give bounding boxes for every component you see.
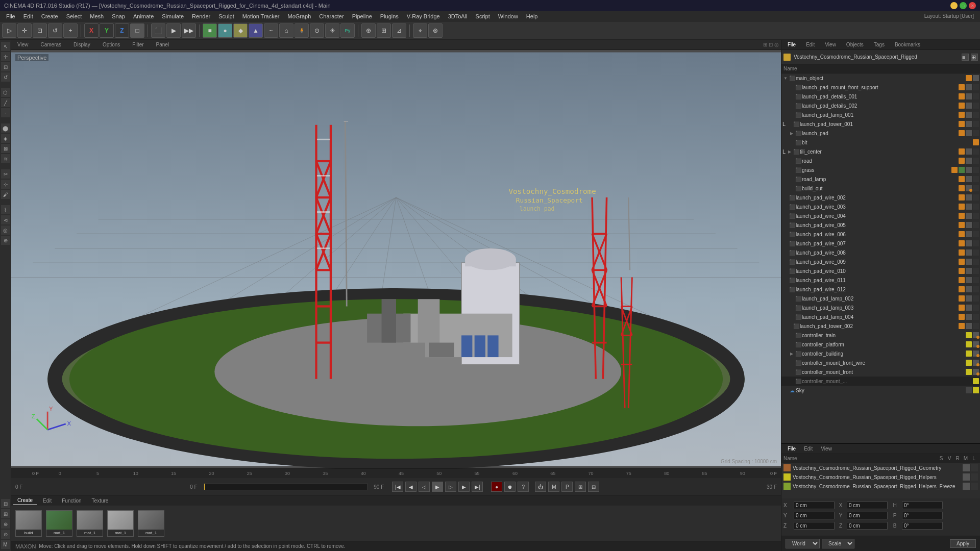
obj-row-wire-010[interactable]: ⬛ launch_pad_wire_010: [781, 266, 980, 276]
viewport-tab-cameras[interactable]: Cameras: [37, 41, 66, 48]
tool-select[interactable]: ▷: [2, 23, 16, 38]
tool-rotate[interactable]: ↺: [48, 23, 62, 38]
coord-p-val[interactable]: [902, 512, 943, 519]
tl-motion[interactable]: M: [548, 482, 559, 492]
expand-bit[interactable]: [789, 139, 795, 145]
menu-help[interactable]: Help: [522, 12, 542, 20]
tool-z[interactable]: Z: [115, 23, 129, 38]
obj-row-lamp-002[interactable]: ⬛ launch_pad_lamp_002: [781, 294, 980, 303]
tl-next-btn[interactable]: ▶: [458, 482, 470, 492]
expand-tower1[interactable]: [787, 121, 793, 127]
menu-animate[interactable]: Animate: [129, 12, 158, 20]
expand-ctrl-mount-front[interactable]: [789, 369, 795, 375]
tool-python[interactable]: Py: [340, 23, 355, 38]
menu-edit[interactable]: Edit: [19, 12, 37, 20]
tl-extra[interactable]: ⊞: [575, 482, 586, 492]
expand-mount[interactable]: [789, 84, 795, 90]
tl-record[interactable]: ●: [491, 482, 502, 492]
expand-tower2[interactable]: [787, 323, 793, 329]
tool-snap-1[interactable]: ⌖: [413, 23, 427, 38]
coord-x-pos[interactable]: [794, 502, 835, 509]
tl-solo[interactable]: ?: [518, 482, 529, 492]
expand-det1[interactable]: [789, 93, 795, 99]
obj-row-wire-008[interactable]: ⬛ launch_pad_wire_008: [781, 248, 980, 257]
expand-tili[interactable]: ▶: [787, 148, 793, 155]
left-tool-hair[interactable]: ≋: [1, 154, 10, 163]
obj-row-road[interactable]: ⬛ road: [781, 156, 980, 165]
scale-dropdown[interactable]: Scale Size: [822, 539, 854, 548]
tl-prev-frame[interactable]: ◁: [419, 482, 430, 492]
expand-main-object[interactable]: ▼: [782, 75, 789, 81]
left-tool-extra2[interactable]: ⊞: [1, 509, 10, 518]
tool-light[interactable]: ☀: [325, 23, 339, 38]
mat-swatch-2[interactable]: mat_1: [77, 510, 103, 537]
attr-tab-edit[interactable]: Edit: [800, 445, 817, 453]
tool-primitive-2[interactable]: ●: [218, 23, 232, 38]
menu-simulate[interactable]: Simulate: [158, 12, 188, 20]
obj-tab-view[interactable]: View: [821, 41, 840, 48]
obj-row-wire-007[interactable]: ⬛ launch_pad_wire_007: [781, 239, 980, 248]
coord-y-pos[interactable]: [794, 512, 835, 519]
mat-swatch-4[interactable]: mat_1: [138, 510, 164, 537]
left-tool-polygon[interactable]: ⬡: [1, 88, 10, 97]
obj-row-road-lamp[interactable]: ⬛ road_lamp: [781, 174, 980, 184]
menu-select[interactable]: Select: [62, 12, 86, 20]
expand-det2[interactable]: [789, 103, 795, 109]
left-tool-edge[interactable]: ╱: [1, 98, 10, 107]
menu-snap[interactable]: Snap: [108, 12, 129, 20]
tl-pose[interactable]: P: [561, 482, 573, 492]
coord-z-pos[interactable]: [794, 522, 835, 530]
tl-record-auto[interactable]: ⏺: [504, 482, 516, 492]
obj-row-ctrl-platform[interactable]: ⬛ controller_platform: [781, 340, 980, 349]
tool-camera[interactable]: ⊙: [310, 23, 324, 38]
viewport-tab-options[interactable]: Options: [99, 41, 124, 48]
timeline-bar[interactable]: [204, 483, 368, 490]
obj-row-wire-002[interactable]: ⬛ launch_pad_wire_002: [781, 193, 980, 202]
expand-road-lamp[interactable]: [789, 176, 795, 182]
obj-row-ctrl-building[interactable]: ▶ ⬛ controller_building: [781, 349, 980, 358]
menu-motion-tracker[interactable]: Motion Tracker: [238, 12, 284, 20]
coord-h-val[interactable]: [902, 502, 943, 509]
menu-vray[interactable]: V-Ray Bridge: [403, 12, 444, 20]
tool-boole[interactable]: ⊕: [361, 23, 376, 38]
tool-deformer[interactable]: ⌂: [279, 23, 293, 38]
left-tool-uv[interactable]: ⊠: [1, 144, 10, 153]
viewport-3d[interactable]: Perspective: [11, 50, 781, 468]
obj-row-wire-005[interactable]: ⬛ launch_pad_wire_005: [781, 220, 980, 230]
coord-z-size[interactable]: [847, 522, 888, 530]
expand-launch-pad[interactable]: ▶: [789, 130, 795, 136]
world-dropdown[interactable]: World Object: [786, 539, 820, 548]
obj-row-details-001[interactable]: ⬛ launch_pad_details_001: [781, 92, 980, 101]
obj-tab-bookmarks[interactable]: Bookmarks: [891, 41, 924, 48]
obj-row-details-002[interactable]: ⬛ launch_pad_details_002: [781, 101, 980, 110]
menu-create[interactable]: Create: [37, 12, 62, 20]
mat-swatch-1[interactable]: mat_1: [46, 510, 72, 537]
expand-ctrl-mount-wire[interactable]: [789, 360, 795, 366]
expand-lamp1[interactable]: [789, 112, 795, 118]
obj-row-lamp-001[interactable]: ⬛ launch_pad_lamp_001: [781, 110, 980, 119]
tl-prev-btn[interactable]: ◀: [405, 482, 416, 492]
tl-power[interactable]: ⏻: [535, 482, 546, 492]
tool-loft[interactable]: ⊿: [392, 23, 406, 38]
tool-x[interactable]: X: [84, 23, 99, 38]
obj-tab-objects[interactable]: Objects: [842, 41, 868, 48]
viewport-tab-filter[interactable]: Filter: [128, 41, 148, 48]
tool-array[interactable]: ⊞: [377, 23, 391, 38]
attr-row-freeze[interactable]: Vostochny_Cosmodrome_Russian_Spaceport_R…: [781, 482, 980, 491]
expand-lamp3[interactable]: [789, 305, 795, 311]
obj-row-wire-012[interactable]: ⬛ launch_pad_wire_012: [781, 285, 980, 294]
expand-ctrl-train[interactable]: [789, 332, 795, 338]
obj-row-wire-009[interactable]: ⬛ launch_pad_wire_009: [781, 257, 980, 266]
menu-mograph[interactable]: MoGraph: [283, 12, 315, 20]
expand-sky[interactable]: [782, 387, 789, 393]
obj-row-lamp-004[interactable]: ⬛ launch_pad_lamp_004: [781, 312, 980, 321]
left-tool-extra4[interactable]: ⊙: [1, 530, 10, 539]
left-tool-rotate[interactable]: ↺: [1, 72, 10, 82]
viewport-tab-view[interactable]: View: [13, 41, 33, 48]
tool-render-region[interactable]: ⬛: [151, 23, 165, 38]
obj-row-hidden[interactable]: ⬛ controller_mount_...: [781, 377, 980, 386]
tool-render-view[interactable]: ▶: [166, 23, 181, 38]
obj-row-tower-002[interactable]: ⬛ launch_pad_tower_002: [781, 321, 980, 331]
menu-character[interactable]: Character: [315, 12, 348, 20]
menu-sculpt[interactable]: Sculpt: [214, 12, 238, 20]
